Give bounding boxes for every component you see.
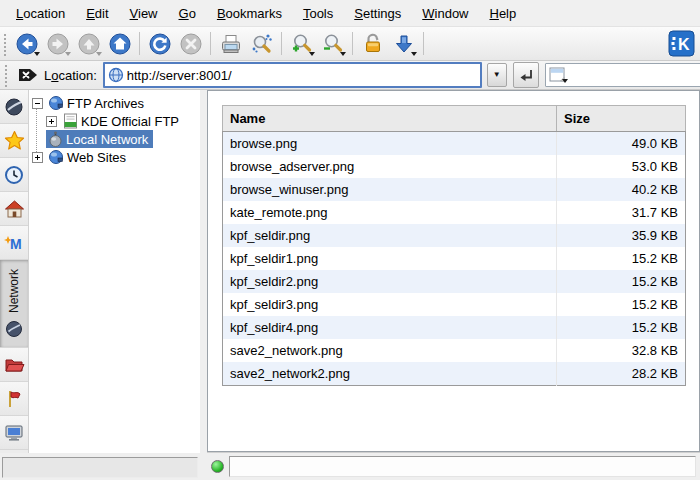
file-size-cell: 31.7 KB	[557, 201, 686, 224]
stop-button	[175, 29, 206, 58]
file-size-cell: 32.8 KB	[557, 339, 686, 362]
menu-item-view[interactable]: View	[120, 2, 169, 25]
tree-item-ftp-archives[interactable]: FTP Archives	[29, 94, 200, 112]
file-size-cell: 15.2 KB	[557, 247, 686, 270]
file-name-cell[interactable]: kpf_seldir3.png	[223, 293, 557, 316]
main-toolbar: K	[0, 27, 700, 61]
sidebar-tab-metabar[interactable]: M	[0, 226, 28, 260]
table-row[interactable]: kpf_seldir4.png15.2 KB	[223, 316, 686, 339]
file-size-cell: 53.0 KB	[557, 155, 686, 178]
clear-location-icon	[17, 66, 39, 84]
sidebar-tab-web[interactable]	[0, 90, 28, 124]
locationbar-drag-handle[interactable]	[4, 63, 9, 87]
table-row[interactable]: kpf_seldir.png35.9 KB	[223, 224, 686, 247]
kde-throbber-button[interactable]: K	[667, 29, 696, 58]
location-toolbar: Location: ▼	[0, 61, 700, 90]
menu-item-edit[interactable]: Edit	[76, 2, 119, 25]
reload-button[interactable]	[144, 29, 175, 58]
file-name-cell[interactable]: browse_adserver.png	[223, 155, 557, 178]
tree-item-label: FTP Archives	[67, 96, 144, 111]
home-icon	[108, 32, 132, 56]
column-header-name[interactable]: Name	[223, 106, 557, 132]
sidebar-tab-home[interactable]	[0, 192, 28, 226]
print-button[interactable]	[215, 29, 246, 58]
tree-item-local-network[interactable]: Local Network	[29, 130, 200, 148]
file-name-cell[interactable]: kpf_seldir4.png	[223, 316, 557, 339]
svg-text:K: K	[678, 36, 690, 53]
pane-splitter[interactable]	[200, 90, 207, 480]
toolbar-separator	[423, 32, 424, 55]
table-row[interactable]: save2_network2.png28.2 KB	[223, 362, 686, 386]
table-row[interactable]: browse_winuser.png40.2 KB	[223, 178, 686, 201]
location-input[interactable]	[127, 68, 480, 83]
back-button[interactable]	[11, 29, 42, 58]
menu-item-go[interactable]: Go	[169, 2, 207, 25]
kde-gear-logo: K	[668, 30, 695, 57]
security-button[interactable]	[357, 29, 388, 58]
location-dropdown-button[interactable]: ▼	[487, 63, 507, 87]
chevron-down-icon: ▼	[493, 71, 501, 79]
go-button[interactable]	[513, 62, 539, 88]
menu-item-window[interactable]: Window	[412, 2, 479, 25]
menu-item-location[interactable]: Location	[6, 2, 76, 25]
expand-plus-icon[interactable]	[32, 152, 43, 163]
table-row[interactable]: kpf_seldir3.png15.2 KB	[223, 293, 686, 316]
toolbar-separator	[210, 32, 211, 55]
table-row[interactable]: kpf_seldir2.png15.2 KB	[223, 270, 686, 293]
menu-item-settings[interactable]: Settings	[344, 2, 412, 25]
sidebar-tab-bookmarks[interactable]	[0, 124, 28, 158]
zoom-in-button[interactable]	[286, 29, 317, 58]
filter-input[interactable]	[567, 67, 700, 84]
find-button[interactable]	[246, 29, 277, 58]
file-size-cell: 28.2 KB	[557, 362, 686, 386]
file-name-cell[interactable]: browse.png	[223, 132, 557, 156]
file-name-cell[interactable]: browse_winuser.png	[223, 178, 557, 201]
table-row[interactable]: kpf_seldir1.png15.2 KB	[223, 247, 686, 270]
home-folder-icon	[4, 199, 25, 219]
tree-item-label: Local Network	[66, 132, 148, 147]
file-name-cell[interactable]: kpf_seldir1.png	[223, 247, 557, 270]
sidebar-tab-services[interactable]	[0, 382, 28, 416]
tree-item-kde-official-ftp[interactable]: KDE Official FTP	[29, 112, 200, 130]
file-name-cell[interactable]: kpf_seldir.png	[223, 224, 557, 247]
menu-bar: LocationEditViewGoBookmarksToolsSettings…	[0, 0, 700, 27]
file-name-cell[interactable]: save2_network.png	[223, 339, 557, 362]
expand-plus-icon[interactable]	[46, 116, 57, 127]
table-row[interactable]: browse_adserver.png53.0 KB	[223, 155, 686, 178]
sidebar-tab-root-folder[interactable]	[0, 348, 28, 382]
sidebar-tab-system[interactable]	[0, 416, 28, 450]
file-name-cell[interactable]: kpf_seldir2.png	[223, 270, 557, 293]
sidebar-tab-network[interactable]: Network	[0, 260, 28, 348]
menu-item-bookmarks[interactable]: Bookmarks	[207, 2, 293, 25]
home-button[interactable]	[104, 29, 135, 58]
filter-combobox	[545, 63, 700, 87]
table-row[interactable]: browse.png49.0 KB	[223, 132, 686, 156]
tree-item-label: Web Sites	[67, 150, 126, 165]
file-name-cell[interactable]: save2_network2.png	[223, 362, 557, 386]
location-label: Location:	[44, 68, 99, 83]
zoom-out-button[interactable]	[317, 29, 348, 58]
toolbar-separator	[139, 32, 140, 55]
tree-item-web-sites[interactable]: Web Sites	[29, 148, 200, 166]
remote-network-icon	[47, 131, 63, 147]
menu-item-tools[interactable]: Tools	[293, 2, 344, 25]
table-row[interactable]: save2_network.png32.8 KB	[223, 339, 686, 362]
sidebar-tab-history[interactable]	[0, 158, 28, 192]
network-globe-icon	[48, 149, 64, 165]
download-button[interactable]	[388, 29, 419, 58]
menu-item-help[interactable]: Help	[480, 2, 528, 25]
sidebar-status-bar	[2, 457, 198, 478]
file-name-cell[interactable]: kate_remote.png	[223, 201, 557, 224]
toolbar-separator	[281, 32, 282, 55]
file-size-cell: 40.2 KB	[557, 178, 686, 201]
table-row[interactable]: kate_remote.png31.7 KB	[223, 201, 686, 224]
web-globe-icon	[4, 97, 24, 117]
collapse-minus-icon[interactable]	[32, 98, 43, 109]
toolbar-drag-handle[interactable]	[3, 32, 8, 56]
navigation-panel: M Network	[0, 90, 200, 480]
content-pane: Name Size browse.png49.0 KBbrowse_adserv…	[207, 90, 700, 480]
column-header-size[interactable]: Size	[557, 106, 686, 132]
metabar-icon: M	[3, 233, 25, 253]
clear-location-button[interactable]	[16, 64, 40, 86]
toolbar-separator	[352, 32, 353, 55]
